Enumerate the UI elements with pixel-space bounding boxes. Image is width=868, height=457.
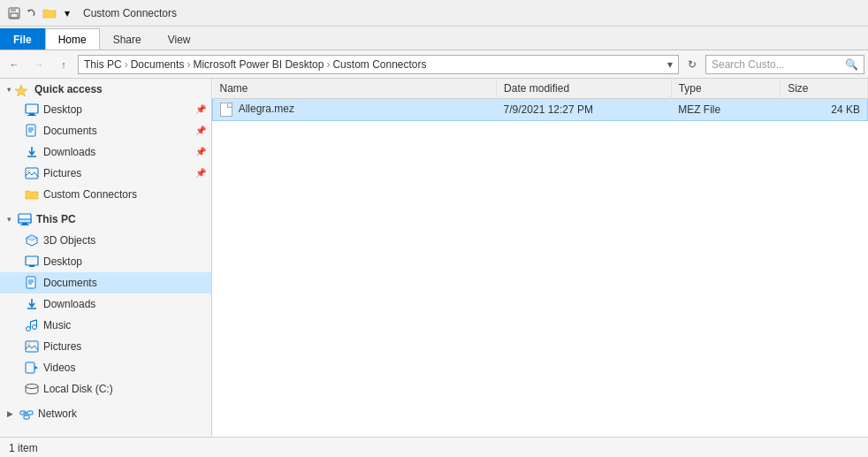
documents-icon [25, 124, 39, 138]
sidebar-item-documents-thispc[interactable]: Documents [0, 272, 211, 293]
path-powerbi[interactable]: Microsoft Power BI Desktop [193, 58, 324, 71]
forward-button[interactable]: → [28, 54, 49, 75]
col-header-type[interactable]: Type [671, 79, 780, 99]
pin-icon-downloads: 📌 [195, 147, 206, 156]
sidebar-label-documents-thispc: Documents [43, 277, 97, 289]
svg-rect-2 [11, 13, 18, 18]
svg-line-30 [31, 320, 37, 322]
svg-rect-1 [11, 8, 16, 11]
sidebar-item-music[interactable]: Music [0, 315, 211, 336]
sidebar-item-desktop-thispc[interactable]: Desktop [0, 251, 211, 272]
sidebar-item-documents[interactable]: Documents 📌 [0, 120, 211, 141]
pin-icon-pictures: 📌 [195, 168, 206, 178]
address-path: This PC › Documents › Microsoft Power BI… [84, 58, 427, 71]
refresh-button[interactable]: ↻ [682, 55, 702, 74]
address-box[interactable]: This PC › Documents › Microsoft Power BI… [78, 55, 679, 74]
quick-access-arrow: ▾ [7, 86, 11, 94]
save-icon[interactable] [7, 6, 21, 20]
address-dropdown-arrow[interactable]: ▾ [667, 58, 673, 71]
sidebar-label-quick-access [14, 83, 31, 96]
sidebar-label-custom-connectors: Custom Connectors [43, 188, 137, 201]
sidebar-label-downloads-thispc: Downloads [43, 298, 95, 310]
sidebar-item-network[interactable]: ▶ Network [0, 403, 211, 424]
col-header-size[interactable]: Size [780, 79, 868, 99]
sidebar-item-pictures[interactable]: Pictures 📌 [0, 163, 211, 184]
sidebar-label-desktop: Desktop [43, 103, 82, 116]
undo-icon[interactable] [25, 6, 39, 20]
sidebar-label-3d-objects: 3D Objects [43, 234, 95, 247]
table-row[interactable]: Allegra.mez 7/9/2021 12:27 PM MEZ File 2… [213, 99, 868, 121]
sidebar-item-downloads[interactable]: Downloads 📌 [0, 141, 211, 163]
cell-name: Allegra.mez [213, 99, 497, 121]
tab-home[interactable]: Home [45, 28, 100, 50]
svg-rect-6 [29, 113, 34, 115]
svg-rect-38 [24, 415, 29, 419]
path-thispc[interactable]: This PC [84, 58, 122, 71]
network-expand: ▶ [7, 409, 13, 418]
svg-marker-34 [34, 366, 38, 369]
address-bar-area: ← → ↑ This PC › Documents › Microsoft Po… [0, 50, 868, 79]
path-documents[interactable]: Documents [131, 58, 185, 71]
cell-size: 24 KB [780, 99, 868, 121]
sidebar-label-local-disk: Local Disk (C:) [43, 383, 113, 395]
title-bar: ▾ Custom Connectors [0, 0, 868, 27]
sidebar-label-documents: Documents [43, 125, 97, 137]
sidebar-item-3d-objects[interactable]: 3D Objects [0, 230, 211, 251]
search-box[interactable]: Search Custo... 🔍 [705, 55, 864, 74]
tab-share[interactable]: Share [100, 28, 155, 50]
tab-view[interactable]: View [155, 28, 204, 50]
sidebar-this-pc[interactable]: ▾ This PC [0, 209, 211, 230]
col-header-date[interactable]: Date modified [497, 79, 672, 99]
sidebar-label-this-pc: This PC [36, 213, 76, 225]
svg-point-14 [27, 170, 30, 172]
this-pc-expand: ▾ [7, 215, 11, 224]
sidebar-item-videos[interactable]: Videos [0, 357, 211, 378]
svg-rect-13 [26, 168, 38, 179]
status-bar: 1 item [0, 437, 868, 457]
col-header-name[interactable]: Name [213, 79, 497, 99]
main-layout: ▾ Quick access Desktop 📌 Documents 📌 [0, 79, 868, 437]
title-bar-icons: ▾ [7, 6, 74, 20]
up-button[interactable]: ↑ [53, 54, 74, 75]
sidebar-label-desktop-thispc: Desktop [43, 255, 82, 268]
back-button[interactable]: ← [4, 54, 25, 75]
sidebar-label-videos: Videos [43, 362, 75, 374]
custom-connectors-folder-icon [25, 187, 39, 202]
dropdown-icon[interactable]: ▾ [60, 6, 74, 20]
cell-type: MEZ File [671, 99, 780, 121]
sidebar-item-pictures-thispc[interactable]: Pictures [0, 336, 211, 357]
downloads-icon [25, 145, 39, 159]
folder-icon[interactable] [42, 6, 57, 20]
local-disk-icon [25, 382, 39, 396]
pictures-thispc-icon [25, 339, 39, 354]
tab-file[interactable]: File [0, 28, 45, 50]
music-icon [25, 318, 39, 332]
sidebar-item-local-disk[interactable]: Local Disk (C:) [0, 378, 211, 400]
title-bar-title: Custom Connectors [83, 7, 177, 19]
documents-thispc-icon [25, 276, 39, 290]
table-header-row: Name Date modified Type Size [213, 79, 868, 99]
downloads-thispc-icon [25, 297, 39, 311]
3d-objects-icon [25, 233, 39, 248]
desktop-icon [25, 103, 39, 117]
sidebar-item-desktop[interactable]: Desktop 📌 [0, 99, 211, 120]
sidebar-item-custom-connectors[interactable]: Custom Connectors [0, 184, 211, 205]
file-area: Name Date modified Type Size Allegra.mez… [212, 79, 868, 437]
cell-date: 7/9/2021 12:27 PM [497, 99, 672, 121]
svg-point-32 [27, 343, 30, 346]
svg-rect-22 [29, 265, 34, 267]
svg-rect-21 [26, 256, 38, 265]
sidebar-label-downloads: Downloads [43, 146, 95, 158]
svg-point-28 [27, 326, 31, 331]
svg-marker-3 [27, 10, 30, 12]
svg-rect-31 [26, 341, 38, 352]
ribbon-tabs: File Home Share View [0, 27, 868, 50]
network-icon [19, 407, 34, 421]
quick-access-header[interactable]: ▾ Quick access [0, 79, 211, 99]
path-custom-connectors[interactable]: Custom Connectors [332, 58, 426, 71]
svg-rect-18 [20, 225, 29, 225]
desktop-thispc-icon [25, 255, 39, 269]
svg-rect-17 [22, 223, 27, 225]
svg-rect-16 [19, 219, 31, 223]
sidebar-item-downloads-thispc[interactable]: Downloads [0, 293, 211, 315]
